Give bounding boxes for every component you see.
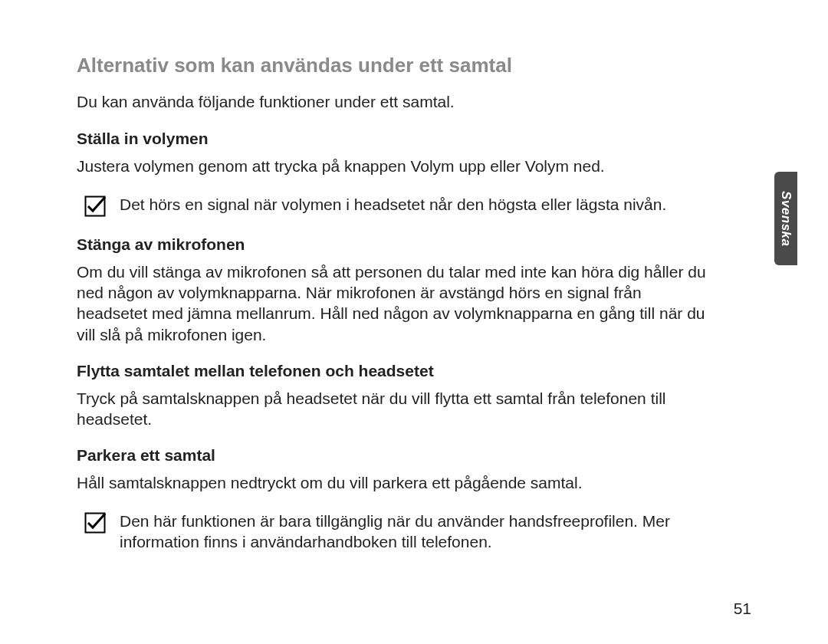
section-heading: Stänga av mikrofonen [77,235,751,254]
manual-page: Svenska Alternativ som kan användas unde… [0,0,828,644]
section-heading: Ställa in volymen [77,130,751,148]
note-text: Det hörs en signal när volymen i headset… [120,194,666,215]
section-body: Justera volymen genom att trycka på knap… [77,156,713,176]
section-body: Tryck på samtalsknappen på headsetet när… [77,388,713,430]
checkbox-icon [84,196,106,217]
language-tab: Svenska [774,172,797,265]
intro-text: Du kan använda följande funktioner under… [77,91,751,113]
page-title: Alternativ som kan användas under ett sa… [77,54,751,77]
section-heading: Parkera ett samtal [77,446,751,465]
note-block: Det hörs en signal när volymen i headset… [77,194,728,217]
section-heading: Flytta samtalet mellan telefonen och hea… [77,362,751,380]
note-text: Den här funktionen är bara tillgänglig n… [120,511,728,553]
checkbox-icon [84,512,106,534]
section-body: Om du vill stänga av mikrofonen så att p… [77,261,713,345]
note-block: Den här funktionen är bara tillgänglig n… [77,511,728,553]
language-tab-label: Svenska [778,191,794,247]
page-number: 51 [734,600,751,618]
section-body: Håll samtalsknappen nedtryckt om du vill… [77,472,713,493]
